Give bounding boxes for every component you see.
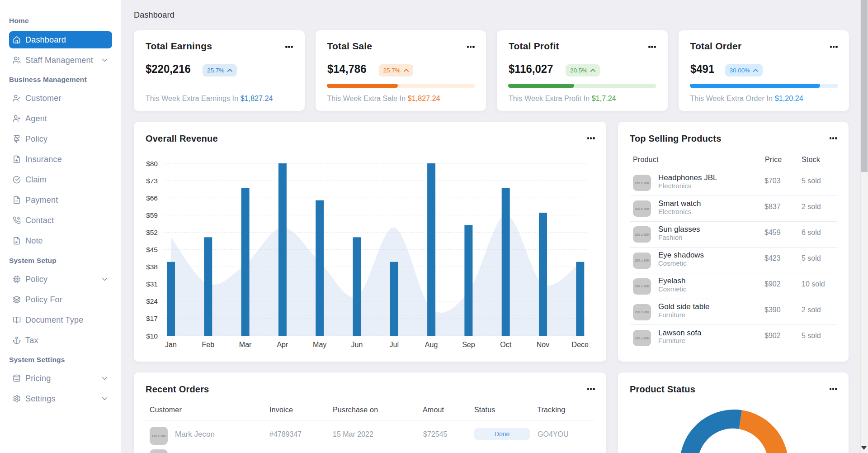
svg-text:Dece: Dece bbox=[572, 341, 589, 348]
svg-text:May: May bbox=[313, 341, 326, 348]
svg-text:Oct: Oct bbox=[500, 341, 511, 348]
svg-text:$45: $45 bbox=[146, 246, 158, 253]
svg-text:Aug: Aug bbox=[425, 341, 438, 348]
svg-text:Mar: Mar bbox=[239, 341, 252, 348]
svg-text:Sep: Sep bbox=[462, 341, 475, 348]
svg-text:$52: $52 bbox=[146, 229, 158, 236]
svg-text:Nov: Nov bbox=[537, 341, 549, 348]
svg-text:$24: $24 bbox=[146, 297, 158, 305]
svg-text:$10: $10 bbox=[146, 332, 158, 340]
svg-text:Jan: Jan bbox=[165, 341, 177, 348]
svg-text:$38: $38 bbox=[146, 263, 158, 271]
svg-text:$31: $31 bbox=[146, 280, 158, 288]
svg-text:$59: $59 bbox=[146, 211, 158, 219]
svg-text:$17: $17 bbox=[146, 315, 158, 322]
svg-text:$66: $66 bbox=[146, 194, 158, 202]
svg-text:$80: $80 bbox=[146, 160, 158, 167]
svg-text:$73: $73 bbox=[146, 177, 158, 185]
svg-text:Jul: Jul bbox=[390, 341, 399, 348]
svg-text:Feb: Feb bbox=[202, 341, 215, 348]
svg-text:Apr: Apr bbox=[277, 341, 288, 348]
svg-text:Jun: Jun bbox=[351, 341, 363, 348]
